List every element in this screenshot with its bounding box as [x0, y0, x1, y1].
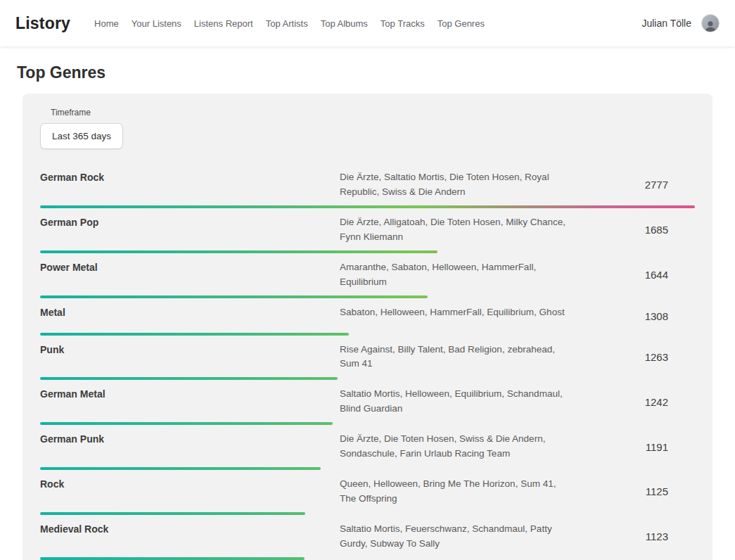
top-nav: Listory Home Your Listens Listens Report…: [0, 0, 735, 46]
genre-bar-fill: [40, 205, 695, 208]
genre-bar: [40, 333, 695, 336]
genre-name: German Metal: [40, 387, 340, 400]
genre-bar-fill: [40, 295, 428, 298]
nav-item-home[interactable]: Home: [94, 18, 119, 29]
genre-row: Power Metal Amaranthe, Sabaton, Hellowee…: [40, 255, 695, 300]
genre-bar-gradient: [40, 250, 437, 253]
genre-bar-gradient: [40, 295, 428, 298]
genre-artists: Die Ärzte, Saltatio Mortis, Die Toten Ho…: [340, 170, 572, 200]
genre-bar-gradient: [40, 512, 305, 515]
page-title: Top Genres: [17, 63, 718, 82]
genre-name: German Punk: [40, 432, 340, 445]
genre-name: Power Metal: [40, 260, 340, 273]
genre-name: German Pop: [40, 215, 340, 228]
genre-bar-gradient: [40, 467, 321, 470]
user-avatar[interactable]: [701, 14, 720, 32]
genre-artists: Sabaton, Helloween, HammerFall, Equilibr…: [340, 305, 572, 320]
genre-count: 1123: [646, 530, 695, 542]
genre-name: Medieval Rock: [40, 522, 340, 535]
genre-bar-fill: [40, 512, 305, 515]
genre-count: 1263: [645, 351, 695, 363]
genre-bar: [40, 422, 695, 425]
genre-bar: [40, 205, 695, 208]
genre-count: 1644: [645, 269, 695, 281]
genre-count: 1308: [645, 310, 695, 322]
nav-item-listens-report[interactable]: Listens Report: [194, 18, 253, 29]
genre-bar-fill: [40, 377, 338, 380]
genre-bar: [40, 512, 695, 515]
genre-row: German Pop Die Ärzte, Alligatoah, Die To…: [40, 210, 695, 255]
genre-bar-fill: [40, 467, 321, 470]
user-silhouette-icon: [703, 19, 717, 32]
genre-table: German Rock Die Ärzte, Saltatio Mortis, …: [40, 165, 695, 560]
timeframe-value: Last 365 days: [52, 131, 111, 141]
genre-name: German Rock: [40, 170, 340, 183]
nav-item-top-genres[interactable]: Top Genres: [437, 18, 485, 29]
genre-bar-fill: [40, 422, 333, 425]
genres-card: Timeframe Last 365 days German Rock Die …: [23, 94, 712, 560]
genre-row: Rock Queen, Helloween, Bring Me The Hori…: [40, 471, 695, 516]
genre-artists: Queen, Helloween, Bring Me The Horizon, …: [340, 477, 572, 507]
genre-artists: Saltatio Mortis, Helloween, Equilibrium,…: [340, 387, 572, 416]
genre-count: 1242: [645, 396, 695, 408]
genre-row: Medieval Rock Saltatio Mortis, Feuerschw…: [40, 516, 695, 560]
genre-row: Metal Sabaton, Helloween, HammerFall, Eq…: [40, 300, 695, 337]
genre-bar-fill: [40, 250, 437, 253]
timeframe-select[interactable]: Last 365 days: [40, 123, 123, 149]
genre-name: Metal: [40, 305, 340, 318]
genre-bar: [40, 250, 695, 253]
user-menu: Julian Tölle: [641, 14, 720, 32]
genre-row: German Punk Die Ärzte, Die Toten Hosen, …: [40, 426, 695, 471]
app-logo[interactable]: Listory: [15, 14, 70, 33]
nav-item-top-albums[interactable]: Top Albums: [321, 18, 368, 29]
genre-artists: Saltatio Mortis, Feuerschwanz, Schandmau…: [340, 522, 572, 552]
genre-bar-gradient: [40, 377, 338, 380]
genre-name: Punk: [40, 343, 340, 355]
genre-bar-fill: [40, 557, 305, 560]
genre-bar-gradient: [40, 557, 305, 560]
genre-bar: [40, 377, 695, 380]
genre-count: 1125: [646, 485, 695, 497]
nav-item-top-artists[interactable]: Top Artists: [266, 18, 308, 29]
genre-row: German Metal Saltatio Mortis, Helloween,…: [40, 381, 695, 426]
genre-count: 1191: [646, 441, 695, 453]
genre-row: German Rock Die Ärzte, Saltatio Mortis, …: [40, 165, 695, 210]
nav-item-your-listens[interactable]: Your Listens: [132, 18, 181, 29]
genre-artists: Die Ärzte, Die Toten Hosen, Swiss & Die …: [340, 432, 572, 462]
genre-artists: Die Ärzte, Alligatoah, Die Toten Hosen, …: [340, 215, 572, 245]
nav-item-top-tracks[interactable]: Top Tracks: [381, 18, 425, 29]
genre-bar: [40, 557, 695, 560]
genre-bar-fill: [40, 333, 349, 336]
genre-row: Punk Rise Against, Billy Talent, Bad Rel…: [40, 337, 695, 382]
genre-artists: Rise Against, Billy Talent, Bad Religion…: [340, 343, 572, 372]
genre-bar-gradient: [40, 422, 333, 425]
genre-bar-gradient: [40, 205, 695, 208]
timeframe-label: Timeframe: [51, 108, 695, 117]
page-content: Top Genres Timeframe Last 365 days Germa…: [0, 46, 735, 560]
genre-count: 1685: [645, 224, 695, 236]
main-nav: Home Your Listens Listens Report Top Art…: [94, 18, 641, 29]
genre-count: 2777: [645, 179, 695, 191]
genre-bar: [40, 467, 695, 470]
user-name[interactable]: Julian Tölle: [641, 18, 691, 29]
genre-name: Rock: [40, 477, 340, 490]
genre-bar: [40, 295, 695, 298]
genre-artists: Amaranthe, Sabaton, Helloween, HammerFal…: [340, 260, 572, 290]
genre-bar-gradient: [40, 333, 349, 336]
